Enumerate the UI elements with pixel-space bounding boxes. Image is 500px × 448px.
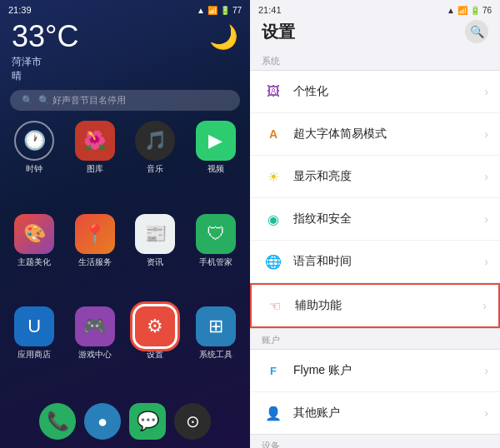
weather-status: 晴 [12, 69, 78, 83]
fingerprint-icon: ◉ [262, 207, 285, 231]
app-label-music: 音乐 [147, 163, 163, 175]
dock-icon-bluetooth: ● [84, 403, 121, 440]
flyme-label: Flyme 账户 [293, 363, 484, 378]
settings-item-font[interactable]: A 超大字体简易模式 › [250, 113, 500, 156]
app-label-video: 视频 [208, 163, 224, 175]
display-chevron: › [484, 170, 488, 183]
app-theme[interactable]: 🎨 主题美化 [7, 214, 62, 302]
app-icon-news: 📰 [135, 214, 175, 254]
app-label-news: 资讯 [147, 256, 163, 268]
right-panel: 21:41 ▲📶🔋76 设置 🔍 系统 🖼 个性化 › A 超大字体简易模式 ›… [250, 0, 500, 448]
left-status-time: 21:39 [8, 5, 32, 15]
settings-item-other-accounts[interactable]: 👤 其他账户 › [250, 392, 500, 434]
right-status-icons: ▲📶🔋76 [447, 6, 492, 15]
app-music[interactable]: 🎵 音乐 [128, 121, 183, 209]
app-icon-theme: 🎨 [14, 214, 54, 254]
search-bar[interactable]: 🔍 🔍 好声音节目名停用 [10, 90, 240, 111]
search-placeholder: 🔍 好声音节目名停用 [38, 94, 126, 107]
app-clock[interactable]: 🕐 时钟 [7, 121, 62, 209]
settings-item-accessibility[interactable]: ☜ 辅助功能 › [250, 283, 500, 328]
left-status-bar: 21:39 ▲📶🔋77 [0, 0, 250, 17]
accessibility-chevron: › [482, 299, 487, 312]
app-icon-game: 🎮 [75, 306, 115, 346]
header-search-icon: 🔍 [470, 25, 484, 38]
dock-icon-camera: ⊙ [174, 403, 211, 440]
search-icon: 🔍 [22, 95, 33, 106]
settings-item-fingerprint[interactable]: ◉ 指纹和安全 › [250, 198, 500, 241]
display-label: 显示和亮度 [293, 169, 484, 184]
display-icon: ☀ [262, 165, 285, 188]
personalize-label: 个性化 [293, 84, 484, 99]
flyme-chevron: › [484, 364, 488, 377]
settings-item-language[interactable]: 🌐 语言和时间 › [250, 241, 500, 283]
moon-icon: 🌙 [209, 22, 238, 51]
dock-icon-chat: 💬 [129, 403, 166, 440]
app-manager[interactable]: 🛡 手机管家 [188, 214, 244, 302]
settings-item-personalize[interactable]: 🖼 个性化 › [250, 71, 500, 113]
settings-list-system: 🖼 个性化 › A 超大字体简易模式 › ☀ 显示和亮度 › ◉ 指纹和安全 ›… [250, 70, 500, 329]
right-header: 设置 🔍 [250, 17, 500, 50]
app-icon-settings: ⚙ [135, 306, 175, 346]
app-icon-video: ▶ [196, 121, 236, 161]
font-icon: A [262, 122, 285, 146]
app-icon-tools: ⊞ [196, 306, 236, 346]
left-status-icons: ▲📶🔋77 [197, 6, 242, 15]
app-icon-music: 🎵 [135, 121, 175, 161]
language-icon: 🌐 [262, 250, 285, 273]
accounts-label: 其他账户 [293, 406, 484, 421]
app-settings[interactable]: ⚙ 设置 [128, 306, 183, 395]
app-label-tools: 系统工具 [199, 349, 232, 361]
dock-camera[interactable]: ⊙ [174, 403, 211, 440]
dock-phone[interactable]: 📞 [39, 403, 76, 440]
section-label-system: 系统 [250, 50, 500, 70]
font-chevron: › [484, 127, 488, 141]
dock-chat[interactable]: 💬 [129, 403, 166, 440]
app-icon-clock: 🕐 [14, 121, 54, 161]
weather-area: 33°C 菏泽市 晴 🌙 [0, 17, 250, 87]
app-label-game: 游戏中心 [78, 349, 112, 361]
accessibility-icon: ☜ [263, 294, 287, 317]
app-label-manager: 手机管家 [199, 256, 232, 268]
settings-item-flyme[interactable]: F Flyme 账户 › [250, 350, 500, 392]
section-label-account: 账户 [250, 329, 500, 349]
right-status-time: 21:41 [258, 5, 282, 15]
font-label: 超大字体简易模式 [293, 127, 484, 142]
fingerprint-label: 指纹和安全 [293, 212, 484, 226]
settings-list-account: F Flyme 账户 › 👤 其他账户 › [250, 349, 500, 435]
fingerprint-chevron: › [484, 212, 488, 226]
app-icon-gallery: 🌺 [75, 121, 115, 161]
app-icon-store: U [14, 306, 54, 346]
dock-icon-phone: 📞 [39, 403, 76, 440]
app-label-clock: 时钟 [26, 163, 42, 175]
section-label-device: 设备 [250, 435, 500, 448]
dock-area: 📞 ● 💬 ⊙ [0, 398, 250, 448]
app-grid: 🕐 时钟 🌺 图库 🎵 音乐 ▶ 视频 🎨 主题美 [0, 117, 250, 398]
settings-title: 设置 [262, 21, 295, 43]
app-label-settings: 设置 [147, 349, 163, 361]
dock-bluetooth[interactable]: ● [84, 403, 121, 440]
app-news[interactable]: 📰 资讯 [128, 214, 183, 302]
temperature: 33°C [12, 22, 78, 52]
accounts-chevron: › [484, 406, 488, 420]
app-gallery[interactable]: 🌺 图库 [68, 121, 123, 209]
language-label: 语言和时间 [293, 254, 484, 269]
right-status-bar: 21:41 ▲📶🔋76 [250, 0, 500, 17]
app-label-store: 应用商店 [18, 349, 51, 361]
app-label-life: 生活服务 [78, 256, 112, 268]
app-store[interactable]: U 应用商店 [7, 306, 62, 395]
app-game[interactable]: 🎮 游戏中心 [68, 306, 123, 395]
app-tools[interactable]: ⊞ 系统工具 [188, 306, 244, 395]
app-icon-manager: 🛡 [196, 214, 236, 254]
settings-item-display[interactable]: ☀ 显示和亮度 › [250, 156, 500, 198]
flyme-icon: F [262, 359, 285, 382]
weather-info: 菏泽市 晴 [12, 52, 78, 83]
accounts-icon: 👤 [262, 401, 285, 425]
accessibility-label: 辅助功能 [295, 298, 482, 313]
header-search-button[interactable]: 🔍 [465, 20, 488, 43]
language-chevron: › [484, 255, 488, 268]
app-icon-life: 📍 [75, 214, 115, 254]
app-life[interactable]: 📍 生活服务 [68, 214, 123, 302]
left-panel: 21:39 ▲📶🔋77 33°C 菏泽市 晴 🌙 🔍 🔍 好声音节目名停用 🕐 … [0, 0, 250, 448]
personalize-chevron: › [484, 85, 488, 98]
app-video[interactable]: ▶ 视频 [188, 121, 244, 209]
